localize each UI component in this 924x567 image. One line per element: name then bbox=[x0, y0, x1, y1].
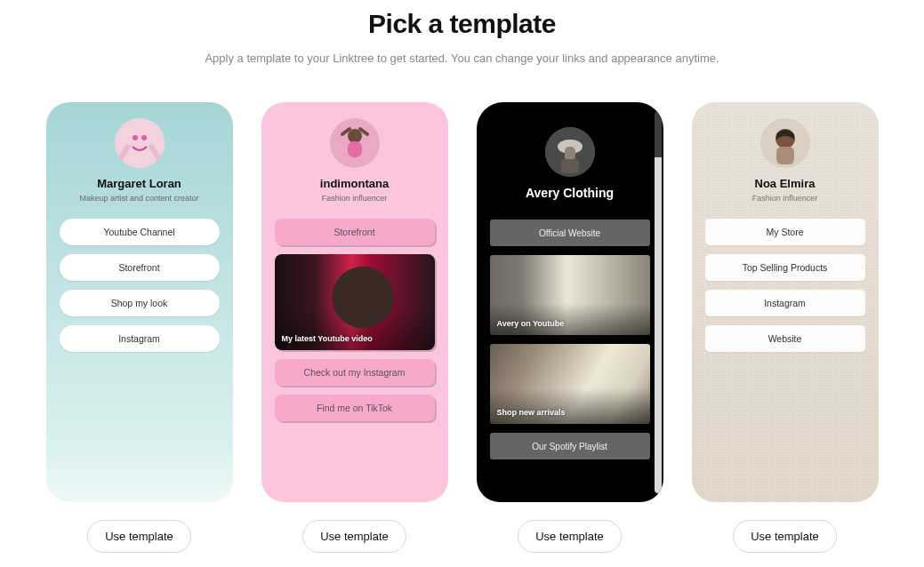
links-list: Youtube Channel Storefront Shop my look … bbox=[57, 219, 222, 352]
profile-name: Noa Elmira bbox=[755, 177, 816, 190]
link-label: My Store bbox=[766, 227, 803, 237]
svg-point-5 bbox=[348, 129, 362, 143]
link-label: Youtube Channel bbox=[103, 227, 174, 237]
page-subtitle: Apply a template to your Linktree to get… bbox=[0, 52, 924, 65]
link-website[interactable]: Website bbox=[705, 325, 865, 352]
avatar bbox=[760, 118, 810, 168]
profile-tagline: Fashion influencer bbox=[752, 194, 818, 203]
link-youtube-channel[interactable]: Youtube Channel bbox=[60, 219, 220, 245]
link-label: Our Spotify Playlist bbox=[532, 442, 607, 451]
link-my-store[interactable]: My Store bbox=[705, 219, 865, 245]
link-label: Storefront bbox=[118, 262, 159, 273]
page-title: Pick a template bbox=[0, 9, 924, 39]
avatar bbox=[330, 118, 380, 168]
link-label: Top Selling Products bbox=[743, 262, 828, 273]
link-shop-my-look[interactable]: Shop my look bbox=[60, 290, 220, 316]
use-template-button[interactable]: Use template bbox=[87, 520, 191, 553]
link-label: Storefront bbox=[333, 227, 374, 237]
link-instagram[interactable]: Check out my Instagram bbox=[275, 359, 435, 386]
profile-name: Margaret Loran bbox=[97, 177, 181, 190]
link-label: Website bbox=[768, 333, 802, 344]
use-template-button[interactable]: Use template bbox=[518, 520, 622, 553]
media-caption: Shop new arrivals bbox=[497, 408, 566, 417]
avatar bbox=[115, 118, 165, 168]
media-caption: Avery on Youtube bbox=[497, 319, 565, 328]
template-card-avery[interactable]: Avery Clothing Official Website Avery on… bbox=[477, 102, 663, 502]
profile-name: Avery Clothing bbox=[526, 186, 614, 200]
template-card-noa[interactable]: Noa Elmira Fashion influencer My Store T… bbox=[692, 102, 879, 502]
link-label: Official Website bbox=[539, 228, 600, 238]
link-tiktok[interactable]: Find me on TikTok bbox=[275, 395, 435, 421]
svg-rect-6 bbox=[348, 141, 362, 157]
template-column-3: Avery Clothing Official Website Avery on… bbox=[477, 102, 663, 553]
svg-rect-13 bbox=[776, 147, 794, 164]
links-list: Storefront My latest Youtube video Check… bbox=[272, 219, 438, 421]
link-storefront[interactable]: Storefront bbox=[275, 219, 435, 245]
profile-tagline: Fashion influencer bbox=[322, 194, 388, 203]
link-label: Find me on TikTok bbox=[317, 403, 392, 413]
media-youtube[interactable]: Avery on Youtube bbox=[490, 255, 650, 335]
profile-name: indimontana bbox=[320, 177, 389, 190]
profile-tagline: Makeup artist and content creator bbox=[79, 194, 198, 203]
use-template-button[interactable]: Use template bbox=[302, 520, 406, 553]
links-list: My Store Top Selling Products Instagram … bbox=[703, 219, 868, 352]
link-label: Check out my Instagram bbox=[304, 367, 406, 378]
template-card-margaret[interactable]: Margaret Loran Makeup artist and content… bbox=[46, 102, 233, 502]
link-instagram[interactable]: Instagram bbox=[60, 325, 220, 352]
svg-rect-9 bbox=[565, 147, 575, 161]
link-storefront[interactable]: Storefront bbox=[60, 254, 220, 281]
avatar bbox=[545, 127, 595, 177]
media-shop-arrivals[interactable]: Shop new arrivals bbox=[490, 344, 650, 424]
svg-rect-10 bbox=[561, 159, 579, 173]
link-label: Shop my look bbox=[111, 298, 168, 308]
template-column-4: Noa Elmira Fashion influencer My Store T… bbox=[692, 102, 879, 553]
link-instagram[interactable]: Instagram bbox=[705, 290, 865, 316]
use-template-button[interactable]: Use template bbox=[733, 520, 837, 553]
links-list: Official Website Avery on Youtube Shop n… bbox=[487, 220, 653, 459]
template-column-2: indimontana Fashion influencer Storefron… bbox=[261, 102, 448, 553]
template-card-indimontana[interactable]: indimontana Fashion influencer Storefron… bbox=[261, 102, 448, 502]
link-official-website[interactable]: Official Website bbox=[490, 220, 650, 246]
link-spotify-playlist[interactable]: Our Spotify Playlist bbox=[490, 433, 650, 459]
svg-point-2 bbox=[133, 135, 138, 140]
link-top-selling[interactable]: Top Selling Products bbox=[705, 254, 865, 281]
media-youtube-video[interactable]: My latest Youtube video bbox=[275, 254, 435, 350]
media-caption: My latest Youtube video bbox=[282, 334, 373, 343]
link-label: Instagram bbox=[764, 298, 806, 308]
link-label: Instagram bbox=[118, 333, 160, 344]
template-column-1: Margaret Loran Makeup artist and content… bbox=[46, 102, 233, 553]
template-grid: Margaret Loran Makeup artist and content… bbox=[0, 102, 924, 553]
svg-point-3 bbox=[141, 135, 147, 140]
